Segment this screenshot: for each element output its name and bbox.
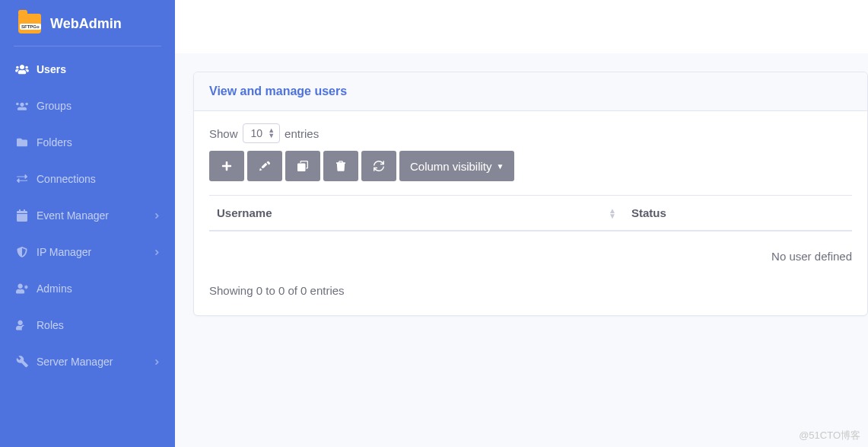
sidebar-item-label: Server Manager [37,356,113,368]
sidebar: SFTPGo WebAdmin Users Groups Folders Con… [0,0,175,447]
column-header-username-label: Username [217,206,272,219]
column-header-status[interactable]: Status [631,206,844,219]
card-body: Show 10 ▲▼ entries [194,111,867,315]
column-visibility-label: Column visibility [410,160,492,173]
sidebar-item-label: Event Manager [37,209,109,222]
sidebar-item-groups[interactable]: Groups [0,88,175,124]
users-card: View and manage users Show 10 ▲▼ entries [193,72,868,316]
table-toolbar: Column visibility ▼ [209,151,852,181]
sidebar-item-label: Connections [37,173,96,185]
pencil-icon [259,161,270,171]
sidebar-item-ip-manager[interactable]: IP Manager [0,234,175,270]
brand[interactable]: SFTPGo WebAdmin [0,0,175,46]
show-label: Show [209,127,238,140]
page-length-control: Show 10 ▲▼ entries [209,123,852,143]
groups-icon [15,101,29,111]
users-icon [15,64,29,75]
clone-button[interactable] [285,151,320,181]
sidebar-item-connections[interactable]: Connections [0,161,175,197]
sidebar-item-event-manager[interactable]: Event Manager [0,197,175,234]
entries-label: entries [285,127,319,140]
column-visibility-button[interactable]: Column visibility ▼ [399,151,514,181]
chevron-right-icon [154,248,160,257]
brand-logo-icon: SFTPGo [18,14,41,34]
sidebar-item-admins[interactable]: Admins [0,270,175,307]
tools-icon [15,356,29,368]
admin-icon [15,283,29,294]
folder-icon [15,137,29,148]
entries-select[interactable]: 10 ▲▼ [243,123,281,143]
table-header-row: Username ▲▼ Status [209,195,852,231]
trash-icon [336,161,345,171]
copy-icon [297,161,308,171]
topbar [175,0,868,53]
entries-select-value: 10 [251,127,263,139]
delete-button[interactable] [323,151,358,181]
column-header-username[interactable]: Username ▲▼ [217,206,631,219]
table-empty-message: No user defined [209,231,852,269]
chevron-right-icon [154,212,160,220]
refresh-icon [374,161,384,171]
add-button[interactable] [209,151,244,181]
sidebar-item-label: Folders [37,136,72,148]
sidebar-item-label: IP Manager [37,246,91,258]
sidebar-item-label: Roles [37,319,64,331]
watermark: @51CTO博客 [799,429,860,442]
caret-down-icon: ▼ [497,162,504,171]
sidebar-divider [14,46,161,46]
sidebar-item-folders[interactable]: Folders [0,124,175,161]
roles-icon [15,320,29,330]
users-table: Username ▲▼ Status No user defined [209,195,852,269]
sidebar-item-roles[interactable]: Roles [0,307,175,343]
column-header-status-label: Status [631,206,666,219]
calendar-icon [15,209,29,222]
showing-info: Showing 0 to 0 of 0 entries [209,284,852,297]
sidebar-item-server-manager[interactable]: Server Manager [0,343,175,380]
exchange-icon [15,174,29,184]
card-title: View and manage users [194,72,867,111]
brand-title: WebAdmin [50,16,122,32]
select-caret-icon: ▲▼ [268,128,275,139]
brand-logo-tag: SFTPGo [20,24,41,30]
sidebar-item-label: Admins [37,283,72,295]
plus-icon [221,161,232,171]
shield-icon [15,246,29,258]
sidebar-item-label: Groups [37,100,72,112]
refresh-button[interactable] [361,151,396,181]
chevron-right-icon [154,358,160,366]
edit-button[interactable] [247,151,282,181]
sidebar-item-label: Users [37,63,66,75]
main-area: View and manage users Show 10 ▲▼ entries [175,0,868,447]
sidebar-item-users[interactable]: Users [0,51,175,88]
sort-icon: ▲▼ [609,208,616,219]
